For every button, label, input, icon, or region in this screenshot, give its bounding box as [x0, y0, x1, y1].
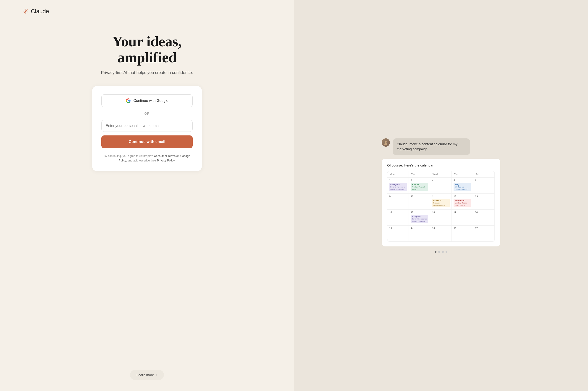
cal-header-wed: Wed [430, 171, 452, 178]
user-avatar-img [382, 138, 390, 147]
calendar-cell: 18 [430, 210, 452, 226]
calendar-date: 11 [432, 195, 450, 198]
svg-point-1 [384, 143, 387, 145]
calendar-cell: 19 [452, 210, 473, 226]
dot-3[interactable] [442, 251, 444, 253]
calendar-cell: 24 [409, 226, 430, 242]
carousel-dots [382, 251, 500, 253]
event-platform: Instagram [412, 215, 427, 218]
calendar-cell: 27 [473, 226, 495, 242]
calendar-date: 13 [475, 195, 493, 198]
calendar-cell: 10 [409, 194, 430, 210]
google-btn-label: Continue with Google [134, 99, 168, 103]
calendar-cell: 12NewsletterMonthly Recap Email Digest [452, 194, 473, 210]
calendar-cell: 6 [473, 178, 495, 194]
calendar-date: 25 [432, 227, 450, 230]
left-panel: ✳ Claude Your ideas, amplified Privacy-f… [0, 0, 294, 391]
terms-comma: , and acknowledge their [126, 159, 157, 162]
event-title: Behind the scenes Image + Caption [412, 218, 427, 223]
google-signin-button[interactable]: Continue with Google [101, 94, 193, 107]
calendar-event: InstagramBehind the scenes Image + Capti… [389, 183, 407, 192]
logo-text: Claude [31, 8, 49, 15]
calendar-cell: 11LinkedInProduct announcement [430, 194, 452, 210]
event-title: "10 Tips for Productiveness" [455, 186, 470, 191]
event-title: Product announcement [433, 202, 448, 207]
calendar-cell: 23 [387, 226, 409, 242]
cal-header-fri: Fri [473, 171, 495, 178]
calendar-cell: 16 [387, 210, 409, 226]
event-title: Product Tutorial Video [412, 186, 427, 191]
calendar-date: 6 [475, 179, 493, 182]
logo-area: ✳ Claude [23, 7, 49, 15]
terms-pre: By continuing, you agree to Anthropic's [104, 154, 154, 158]
learn-more-label: Learn more [137, 373, 154, 377]
cal-header-thu: Thu [452, 171, 473, 178]
event-platform: Blog [455, 183, 470, 186]
calendar-date: 26 [453, 227, 471, 230]
arrow-down-icon: ↓ [156, 373, 158, 377]
calendar-date: 17 [411, 211, 428, 214]
learn-more-button[interactable]: Learn more ↓ [130, 370, 164, 380]
calendar-cell: 13 [473, 194, 495, 210]
calendar-date: 27 [475, 227, 493, 230]
cal-header-mon: Mon [387, 171, 409, 178]
continue-email-button[interactable]: Continue with email [101, 135, 193, 148]
event-platform: Instagram [390, 183, 406, 186]
google-icon [126, 98, 131, 103]
user-avatar-icon [383, 140, 388, 145]
calendar-cell: 25 [430, 226, 452, 242]
terms-text: By continuing, you agree to Anthropic's … [101, 154, 193, 163]
logo-asterisk-icon: ✳ [23, 7, 29, 15]
auth-card: Continue with Google OR Continue with em… [92, 86, 202, 171]
calendar-event: InstagramBehind the scenes Image + Capti… [411, 215, 428, 223]
avatar [382, 138, 390, 147]
event-title: Behind the scenes Image + Caption [390, 186, 406, 191]
calendar-event: LinkedInProduct announcement [432, 199, 450, 207]
calendar-date: 24 [411, 227, 428, 230]
calendar-cell: 2InstagramBehind the scenes Image + Capt… [387, 178, 409, 194]
calendar-date: 23 [389, 227, 407, 230]
calendar-cell: 26 [452, 226, 473, 242]
calendar-date: 9 [389, 195, 407, 198]
calendar-date: 10 [411, 195, 428, 198]
dot-4[interactable] [445, 251, 447, 253]
calendar-cell: 9 [387, 194, 409, 210]
dot-2[interactable] [438, 251, 440, 253]
event-platform: Newsletter [455, 199, 470, 202]
claude-response-text: Of course. Here's the calendar! [387, 163, 495, 167]
consumer-terms-link[interactable]: Consumer Terms [154, 154, 176, 158]
hero-section: Your ideas, amplified Privacy-first AI t… [101, 34, 193, 75]
email-input[interactable] [101, 120, 193, 132]
calendar-date: 20 [475, 211, 493, 214]
calendar-header: Mon Tue Wed Thu Fri [387, 171, 495, 178]
calendar-date: 16 [389, 211, 407, 214]
calendar-event: YoutubeProduct Tutorial Video [411, 183, 428, 192]
event-platform: Youtube [412, 183, 427, 186]
claude-response-card: Of course. Here's the calendar! Mon Tue … [382, 159, 500, 246]
calendar-cell: 17InstagramBehind the scenes Image + Cap… [409, 210, 430, 226]
terms-and: and [176, 154, 182, 158]
calendar-date: 2 [389, 179, 407, 182]
dot-1[interactable] [435, 251, 437, 253]
calendar-event: NewsletterMonthly Recap Email Digest [453, 199, 471, 207]
terms-end: . [175, 159, 175, 162]
right-panel: Claude, make a content calendar for my m… [294, 0, 588, 391]
privacy-policy-link[interactable]: Privacy Policy [157, 159, 175, 162]
calendar-date: 4 [432, 179, 450, 182]
calendar-cell: 4 [430, 178, 452, 194]
hero-title-line2: amplified [117, 49, 177, 66]
event-title: Monthly Recap Email Digest [455, 202, 470, 207]
calendar-date: 12 [453, 195, 471, 198]
chat-demo: Claude, make a content calendar for my m… [382, 138, 500, 253]
user-message-text: Claude, make a content calendar for my m… [397, 142, 457, 151]
calendar-date: 5 [453, 179, 471, 182]
user-message-bubble: Claude, make a content calendar for my m… [393, 138, 470, 155]
continue-btn-label: Continue with email [129, 140, 165, 144]
or-divider: OR [101, 112, 193, 115]
calendar-cell: 20 [473, 210, 495, 226]
hero-title: Your ideas, amplified [101, 34, 193, 66]
calendar-body: 2InstagramBehind the scenes Image + Capt… [387, 178, 495, 242]
calendar-date: 3 [411, 179, 428, 182]
hero-subtitle: Privacy-first AI that helps you create i… [101, 70, 193, 75]
content-calendar: Mon Tue Wed Thu Fri 2InstagramBehind the… [387, 171, 495, 242]
